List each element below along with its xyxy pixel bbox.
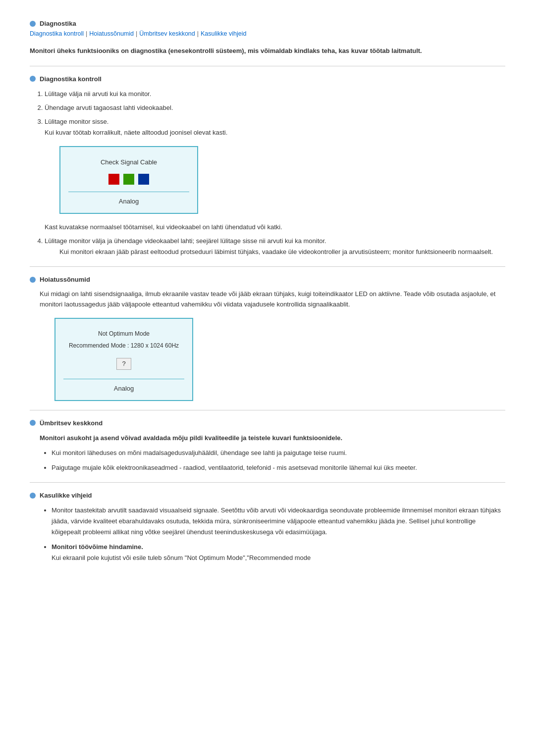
- step-1: Lülitage välja nii arvuti kui ka monitor…: [45, 89, 505, 100]
- diagnostika-icon: [30, 76, 36, 82]
- section-header-kasulik: Kasulikke vihjeid: [30, 492, 505, 499]
- section-header-hoiatus: Hoiatussõnumid: [30, 276, 505, 283]
- ymbritsev-bullet-2: Paigutage mujale kõik elektroonikaseadme…: [52, 462, 505, 473]
- divider-1: [30, 66, 505, 66]
- green-square: [123, 174, 134, 185]
- monitor-box-title: Check Signal Cable: [68, 157, 189, 168]
- header-title: Diagnostika: [40, 20, 76, 27]
- divider-4: [30, 482, 505, 483]
- section-header-ymbritsev: Ümbritsev keskkond: [30, 419, 505, 427]
- diagnostika-steps: Lülitage välja nii arvuti kui ka monitor…: [45, 89, 505, 258]
- blue-square: [138, 174, 149, 185]
- step-3-after: Kast kuvatakse normaalsel töötamisel, ku…: [45, 223, 282, 231]
- divider-2: [30, 266, 505, 267]
- step-2: Ühendage arvuti tagaosast lahti videokaa…: [45, 102, 505, 113]
- section-ymbritsev: Ümbritsev keskkond Monitori asukoht ja a…: [30, 419, 505, 473]
- hoiatus-para: Kui midagi on lahti sisendsignaaliga, il…: [40, 289, 505, 310]
- hoiatus-title: Hoiatussõnumid: [40, 276, 90, 283]
- question-button[interactable]: ?: [116, 358, 131, 370]
- hoiatus-icon: [30, 277, 36, 283]
- kasulik-bullet-1: Monitor taastekitab arvutilt saadavaid v…: [52, 505, 505, 538]
- step-3-sub: Kui kuvar töötab korralikult, näete allt…: [45, 129, 227, 136]
- monitor-box-not-optimum: Not Optimum Mode Recommended Mode : 1280…: [54, 318, 193, 401]
- nav-sep-2: |: [136, 30, 137, 37]
- not-optimum-title: Not Optimum Mode: [63, 329, 184, 339]
- ymbritsev-icon: [30, 420, 36, 426]
- kasulik-bullet-2: Monitori töövõime hindamine. Kui ekraani…: [52, 542, 505, 563]
- divider-3: [30, 410, 505, 410]
- intro-text: Monitori üheks funktsiooniks on diagnost…: [30, 46, 505, 56]
- kasulik-icon: [30, 493, 36, 499]
- red-square: [108, 174, 119, 185]
- nav-diagnostika[interactable]: Diagnostika kontroll: [30, 30, 84, 37]
- color-squares: [68, 174, 189, 185]
- section-header-diagnostika: Diagnostika kontroll: [30, 75, 505, 83]
- nav-links: Diagnostika kontroll | Hoiatussõnumid | …: [30, 30, 505, 37]
- kasulik-body: Monitor taastekitab arvutilt saadavaid v…: [40, 505, 505, 563]
- nav-sep-1: |: [86, 30, 87, 37]
- ymbritsev-bullet-1: Kui monitori läheduses on mõni madalsage…: [52, 448, 505, 458]
- section-hoiatus: Hoiatussõnumid Kui midagi on lahti sisen…: [30, 276, 505, 401]
- ymbritsev-body: Monitori asukoht ja asend võivad avaldad…: [40, 433, 505, 473]
- page-header: Diagnostika: [30, 20, 505, 27]
- ymbritsev-title: Ümbritsev keskkond: [40, 419, 103, 427]
- section-diagnostika: Diagnostika kontroll Lülitage välja nii …: [30, 75, 505, 258]
- nav-sep-3: |: [197, 30, 199, 37]
- monitor-box-check-signal: Check Signal Cable Analog: [59, 146, 198, 214]
- nav-kasulik[interactable]: Kasulikke vihjeid: [201, 30, 246, 37]
- step-4-sub: Kui monitori ekraan jääb pärast eeltoodu…: [59, 248, 493, 255]
- step-3: Lülitage monitor sisse. Kui kuvar töötab…: [45, 116, 505, 233]
- not-optimum-subtitle: Recommended Mode : 1280 x 1024 60Hz: [63, 341, 184, 351]
- nav-ymbritsev[interactable]: Ümbritsev keskkond: [139, 30, 195, 37]
- step-4: Lülitage monitor välja ja ühendage video…: [45, 236, 505, 257]
- diagnostika-title: Diagnostika kontroll: [40, 75, 102, 83]
- monitor-box-label: Analog: [68, 192, 189, 207]
- header-icon: [30, 21, 36, 27]
- kasulik-bullet-2-title: Monitori töövõime hindamine.: [52, 543, 143, 551]
- nav-hoiatus[interactable]: Hoiatussõnumid: [89, 30, 134, 37]
- hoiatus-body: Kui midagi on lahti sisendsignaaliga, il…: [40, 289, 505, 401]
- kasulik-title: Kasulikke vihjeid: [40, 492, 92, 499]
- kasulik-bullet-2-sub: Kui ekraanil pole kujutist või esile tul…: [52, 554, 311, 561]
- not-optimum-label: Analog: [63, 379, 184, 394]
- kasulik-bullets: Monitor taastekitab arvutilt saadavaid v…: [52, 505, 505, 563]
- section-kasulik: Kasulikke vihjeid Monitor taastekitab ar…: [30, 492, 505, 563]
- ymbritsev-bold-intro: Monitori asukoht ja asend võivad avaldad…: [40, 433, 505, 444]
- ymbritsev-bullets: Kui monitori läheduses on mõni madalsage…: [52, 448, 505, 473]
